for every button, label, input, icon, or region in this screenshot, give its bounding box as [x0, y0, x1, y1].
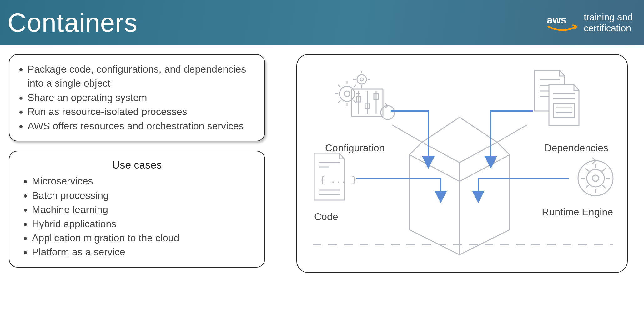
container-diagram: { ... } Configuration Dependencies — [296, 54, 628, 273]
list-item: Platform as a service — [32, 245, 254, 259]
box-icon — [392, 117, 527, 255]
description-card: Package code, configurations, and depend… — [9, 54, 265, 141]
list-item: Microservices — [32, 174, 254, 188]
use-cases-card: Use cases Microservices Batch processing… — [9, 151, 265, 268]
svg-text:{ ... }: { ... } — [320, 175, 357, 185]
slide-header: Containers aws training and certificatio… — [0, 0, 644, 45]
label-runtime-engine: Runtime Engine — [542, 206, 613, 218]
description-list: Package code, configurations, and depend… — [19, 62, 254, 133]
label-configuration: Configuration — [325, 142, 385, 154]
svg-text:aws: aws — [547, 14, 566, 25]
list-item: Run as resource-isolated processes — [28, 105, 254, 119]
use-cases-list: Microservices Batch processing Machine l… — [19, 174, 254, 259]
arrow-dependencies — [491, 111, 533, 163]
aws-logo-icon: aws — [547, 13, 578, 32]
label-dependencies: Dependencies — [544, 142, 608, 154]
list-item: Hybrid applications — [32, 217, 254, 231]
diagram-svg: { ... } — [297, 55, 628, 274]
arrow-runtime — [478, 178, 569, 197]
configuration-icon — [335, 71, 395, 119]
arrow-code — [356, 178, 441, 197]
slide-content: Package code, configurations, and depend… — [0, 45, 644, 273]
svg-point-2 — [344, 91, 350, 97]
label-code: Code — [314, 211, 338, 223]
left-column: Package code, configurations, and depend… — [9, 54, 265, 268]
dependencies-icon — [535, 70, 579, 125]
aws-brand: aws training and certification — [547, 12, 633, 33]
brand-line2: certification — [584, 23, 633, 34]
svg-point-29 — [592, 175, 599, 181]
slide-title: Containers — [8, 8, 138, 38]
runtime-engine-icon — [578, 158, 613, 196]
list-item: Package code, configurations, and depend… — [28, 62, 254, 91]
list-item: Machine learning — [32, 203, 254, 217]
use-cases-title: Use cases — [19, 159, 254, 171]
svg-point-28 — [587, 169, 604, 187]
list-item: Share an operating system — [28, 91, 254, 105]
brand-line1: training and — [584, 12, 633, 23]
brand-subtitle: training and certification — [584, 12, 633, 33]
list-item: Batch processing — [32, 189, 254, 203]
code-icon: { ... } — [314, 153, 357, 200]
svg-point-1 — [340, 86, 355, 101]
svg-point-3 — [357, 75, 366, 84]
svg-point-4 — [360, 78, 363, 81]
list-item: Application migration to the cloud — [32, 231, 254, 245]
list-item: AWS offers resources and orchestration s… — [28, 119, 254, 133]
